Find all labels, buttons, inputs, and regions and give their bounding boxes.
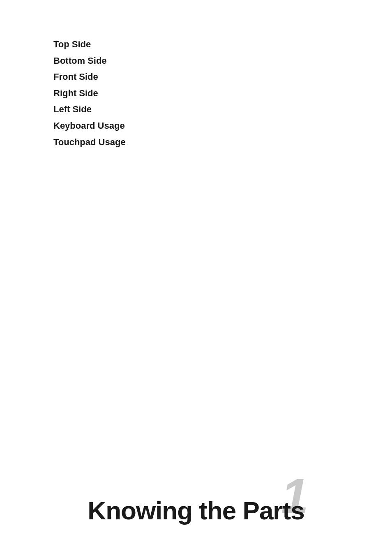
- chapter-title-wrapper: 1 Knowing the Parts: [88, 496, 304, 525]
- nav-item-top-side[interactable]: Top Side: [53, 36, 126, 53]
- nav-item-front-side[interactable]: Front Side: [53, 69, 126, 85]
- nav-list: Top Side Bottom Side Front Side Right Si…: [53, 36, 126, 150]
- nav-item-touchpad-usage[interactable]: Touchpad Usage: [53, 134, 126, 150]
- page-container: Top Side Bottom Side Front Side Right Si…: [0, 0, 392, 558]
- chapter-section: 1 Knowing the Parts: [0, 496, 392, 525]
- nav-item-keyboard-usage[interactable]: Keyboard Usage: [53, 118, 126, 134]
- nav-item-bottom-side[interactable]: Bottom Side: [53, 53, 126, 69]
- nav-item-right-side[interactable]: Right Side: [53, 85, 126, 102]
- chapter-title: Knowing the Parts: [88, 496, 304, 525]
- nav-item-left-side[interactable]: Left Side: [53, 101, 126, 118]
